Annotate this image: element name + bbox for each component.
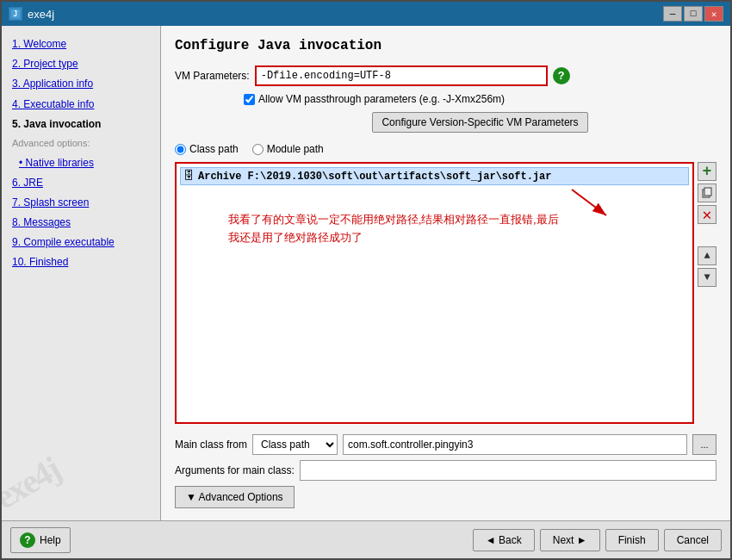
vm-passthrough-checkbox[interactable] bbox=[244, 94, 255, 105]
vm-passthrough-row: Allow VM passthrough parameters (e.g. -J… bbox=[175, 93, 716, 105]
maximize-button[interactable]: □ bbox=[684, 6, 703, 22]
back-button[interactable]: ◄ Back bbox=[473, 529, 535, 551]
vm-params-label: VM Parameters: bbox=[175, 70, 250, 82]
advanced-options-row: ▼ Advanced Options bbox=[175, 486, 716, 508]
path-radio-row: Class path Module path bbox=[175, 143, 716, 155]
modulepath-radio[interactable] bbox=[252, 144, 264, 155]
sidebar: 1. Welcome 2. Project type 3. Applicatio… bbox=[2, 26, 161, 520]
vm-params-row: VM Parameters: ? bbox=[175, 65, 716, 86]
sidebar-item-splash[interactable]: 7. Splash screen bbox=[9, 193, 153, 213]
sidebar-item-jre[interactable]: 6. JRE bbox=[9, 173, 153, 193]
configure-btn-row: Configure Version-Specific VM Parameters bbox=[175, 112, 716, 133]
vm-params-input[interactable] bbox=[255, 65, 548, 86]
help-icon[interactable]: ? bbox=[553, 67, 570, 84]
arrow-icon bbox=[563, 185, 615, 220]
classpath-radio-label: Class path bbox=[189, 143, 239, 155]
configure-vm-button[interactable]: Configure Version-Specific VM Parameters bbox=[372, 112, 587, 133]
footer: ? Help ◄ Back Next ► Finish Cancel bbox=[2, 520, 730, 558]
sidebar-item-exe-info[interactable]: 4. Executable info bbox=[9, 95, 153, 115]
sidebar-item-native-libs[interactable]: • Native libraries bbox=[9, 153, 153, 173]
main-class-from-select[interactable]: Class path Module path bbox=[252, 434, 338, 455]
footer-left: ? Help bbox=[10, 527, 71, 553]
sidebar-advanced-label: Advanced options: bbox=[9, 134, 153, 153]
title-bar: J exe4j — □ ✕ bbox=[2, 2, 730, 26]
svg-text:J: J bbox=[14, 10, 18, 18]
window-title: exe4j bbox=[28, 8, 54, 21]
delete-classpath-button[interactable]: ✕ bbox=[698, 205, 716, 224]
main-content: Configure Java invocation VM Parameters:… bbox=[161, 26, 730, 520]
title-bar-left: J exe4j bbox=[9, 7, 54, 21]
svg-rect-5 bbox=[704, 188, 711, 196]
main-class-input[interactable] bbox=[343, 434, 687, 455]
help-label: Help bbox=[40, 534, 61, 546]
sidebar-item-compile[interactable]: 9. Compile executable bbox=[9, 233, 153, 252]
title-buttons: — □ ✕ bbox=[663, 6, 723, 22]
classpath-entry[interactable]: 🗄 Archive F:\2019.1030\soft\out\artifact… bbox=[180, 167, 689, 185]
svg-line-3 bbox=[572, 190, 606, 215]
app-icon: J bbox=[9, 7, 22, 21]
jar-icon: 🗄 bbox=[183, 170, 195, 183]
modulepath-radio-option: Module path bbox=[252, 143, 324, 155]
footer-right: ◄ Back Next ► Finish Cancel bbox=[473, 529, 722, 551]
sidebar-item-app-info[interactable]: 3. Application info bbox=[9, 74, 153, 94]
classpath-buttons: + ✕ ▲ ▼ bbox=[698, 162, 716, 424]
advanced-options-button[interactable]: ▼ Advanced Options bbox=[175, 486, 295, 508]
help-icon-circle: ? bbox=[20, 532, 35, 548]
main-window: J exe4j — □ ✕ 1. Welcome 2. Project type… bbox=[0, 0, 732, 560]
classpath-list[interactable]: 🗄 Archive F:\2019.1030\soft\out\artifact… bbox=[175, 162, 694, 424]
minimize-button[interactable]: — bbox=[663, 6, 682, 22]
sidebar-item-project-type[interactable]: 2. Project type bbox=[9, 54, 153, 74]
classpath-area: 🗄 Archive F:\2019.1030\soft\out\artifact… bbox=[175, 162, 716, 424]
arguments-row: Arguments for main class: bbox=[175, 460, 716, 481]
close-button[interactable]: ✕ bbox=[704, 6, 723, 22]
bottom-form: Main class from Class path Module path .… bbox=[175, 434, 716, 508]
sidebar-item-messages[interactable]: 8. Messages bbox=[9, 213, 153, 233]
main-class-from-label: Main class from bbox=[175, 439, 247, 451]
vm-passthrough-label: Allow VM passthrough parameters (e.g. -J… bbox=[258, 93, 505, 105]
main-class-row: Main class from Class path Module path .… bbox=[175, 434, 716, 455]
annotation-text: 我看了有的文章说一定不能用绝对路径,结果相对路径一直报错,最后 我还是用了绝对路… bbox=[228, 211, 559, 247]
move-down-button[interactable]: ▼ bbox=[698, 268, 716, 287]
classpath-entry-text: Archive F:\2019.1030\soft\out\artifacts\… bbox=[198, 171, 551, 183]
add-classpath-button[interactable]: + bbox=[698, 162, 716, 181]
sidebar-item-finished[interactable]: 10. Finished bbox=[9, 252, 153, 272]
cancel-button[interactable]: Cancel bbox=[664, 529, 722, 551]
sidebar-watermark: exe4j bbox=[2, 448, 66, 517]
modulepath-radio-label: Module path bbox=[267, 143, 324, 155]
arguments-input[interactable] bbox=[300, 460, 716, 481]
page-title: Configure Java invocation bbox=[175, 38, 716, 53]
sidebar-item-welcome[interactable]: 1. Welcome bbox=[9, 34, 153, 54]
next-button[interactable]: Next ► bbox=[540, 529, 600, 551]
classpath-radio-option: Class path bbox=[175, 143, 239, 155]
browse-button[interactable]: ... bbox=[692, 434, 716, 455]
content-area: 1. Welcome 2. Project type 3. Applicatio… bbox=[2, 26, 730, 520]
copy-classpath-button[interactable] bbox=[698, 184, 716, 202]
classpath-radio[interactable] bbox=[175, 144, 186, 155]
help-button[interactable]: ? Help bbox=[10, 527, 71, 553]
sidebar-item-java-invocation[interactable]: 5. Java invocation bbox=[9, 115, 153, 134]
arguments-label: Arguments for main class: bbox=[175, 464, 295, 476]
finish-button[interactable]: Finish bbox=[605, 529, 659, 551]
move-up-button[interactable]: ▲ bbox=[698, 246, 716, 265]
